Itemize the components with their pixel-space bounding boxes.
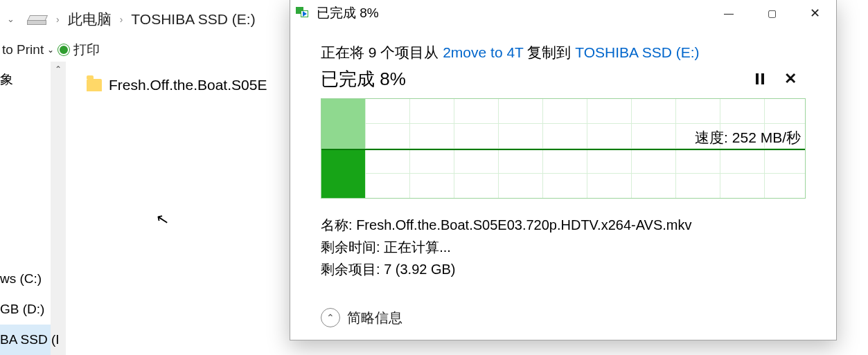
print-icon (58, 44, 69, 55)
scroll-up-icon[interactable]: ⌃ (51, 62, 66, 77)
sidebar-scrollbar[interactable]: ⌃ (51, 62, 66, 355)
breadcrumb-caret-icon[interactable]: ⌄ (0, 14, 21, 24)
close-button[interactable]: ✕ (793, 0, 836, 26)
minimize-icon: — (724, 8, 734, 19)
copy-details: 名称: Fresh.Off.the.Boat.S05E03.720p.HDTV.… (321, 214, 806, 280)
sidebar-item-label: ws (C:) (0, 271, 42, 286)
copy-prefix: 正在将 9 个项目从 (321, 44, 443, 60)
chevron-down-icon[interactable]: ⌄ (46, 45, 58, 55)
detail-items-remaining: 剩余项目: 7 (3.92 GB) (321, 258, 806, 280)
dialog-titlebar[interactable]: 已完成 8% — ▢ ✕ (290, 0, 836, 26)
maximize-button[interactable]: ▢ (750, 0, 793, 26)
chart-speed-line (321, 149, 805, 150)
chart-fill-lower (321, 149, 365, 199)
sidebar: 象 ⌃ ws (C:) GB (D:) BA SSD (I (0, 62, 66, 355)
toolbar-item-fragment[interactable]: to Print (0, 42, 46, 57)
details-toggle-label: 简略信息 (347, 309, 402, 327)
dialog-title: 已完成 8% (317, 4, 379, 22)
copy-source-link[interactable]: 2move to 4T (443, 44, 523, 60)
folder-icon (87, 79, 102, 91)
sidebar-item-label: 象 (0, 71, 13, 89)
sidebar-item-drive-d[interactable]: GB (D:) (0, 294, 51, 325)
cancel-button[interactable]: ✕ (775, 66, 806, 91)
mouse-cursor-icon: ↖ (154, 209, 170, 229)
detail-name: 名称: Fresh.Off.the.Boat.S05E03.720p.HDTV.… (321, 214, 806, 236)
detail-time-remaining: 剩余时间: 正在计算... (321, 236, 806, 258)
breadcrumb-item-drive[interactable]: TOSHIBA SSD (E:) (128, 11, 258, 28)
sidebar-item-label: GB (D:) (0, 302, 44, 317)
minimize-button[interactable]: — (707, 0, 750, 26)
dialog-body: 正在将 9 个项目从 2move to 4T 复制到 TOSHIBA SSD (… (290, 26, 836, 340)
chevron-right-icon: › (114, 14, 129, 25)
copy-description: 正在将 9 个项目从 2move to 4T 复制到 TOSHIBA SSD (… (321, 43, 806, 62)
maximize-icon: ▢ (768, 8, 777, 19)
drive-icon (27, 15, 45, 24)
chevron-up-icon: ⌃ (321, 308, 340, 327)
progress-text: 已完成 8% (321, 67, 745, 91)
sidebar-item-label: BA SSD (I (0, 332, 60, 347)
pause-button[interactable] (745, 66, 775, 91)
toolbar-print-button[interactable]: 打印 (71, 41, 102, 59)
sidebar-item-drive-e[interactable]: BA SSD (I (0, 325, 51, 355)
detail-value: 正在计算... (384, 239, 451, 255)
speed-label: 速度: 252 MB/秒 (695, 128, 801, 147)
details-toggle[interactable]: ⌃ 简略信息 (321, 308, 806, 327)
chart-fill-upper (321, 99, 365, 149)
detail-label: 名称: (321, 217, 356, 233)
cancel-icon: ✕ (784, 70, 797, 88)
pause-icon (756, 73, 764, 84)
speed-chart: 速度: 252 MB/秒 (321, 98, 806, 199)
detail-value: Fresh.Off.the.Boat.S05E03.720p.HDTV.x264… (356, 217, 691, 233)
copy-mid: 复制到 (524, 44, 576, 60)
detail-label: 剩余项目: (321, 262, 384, 277)
copy-destination-link[interactable]: TOSHIBA SSD (E:) (575, 44, 699, 60)
list-item[interactable]: Fresh.Off.the.Boat.S05E (87, 77, 267, 93)
copy-progress-dialog: 已完成 8% — ▢ ✕ 正在将 9 个项目从 2move to 4T 复制到 … (290, 0, 837, 340)
detail-label: 剩余时间: (321, 239, 384, 255)
detail-value: 7 (3.92 GB) (384, 262, 455, 277)
progress-row: 已完成 8% ✕ (321, 66, 806, 91)
sidebar-item-drive-c[interactable]: ws (C:) (0, 264, 51, 294)
copy-operation-icon (296, 7, 311, 19)
chevron-right-icon: › (51, 14, 65, 25)
close-icon: ✕ (810, 6, 820, 21)
folder-name: Fresh.Off.the.Boat.S05E (109, 77, 267, 93)
breadcrumb-item-pc[interactable]: 此电脑 (65, 10, 114, 29)
